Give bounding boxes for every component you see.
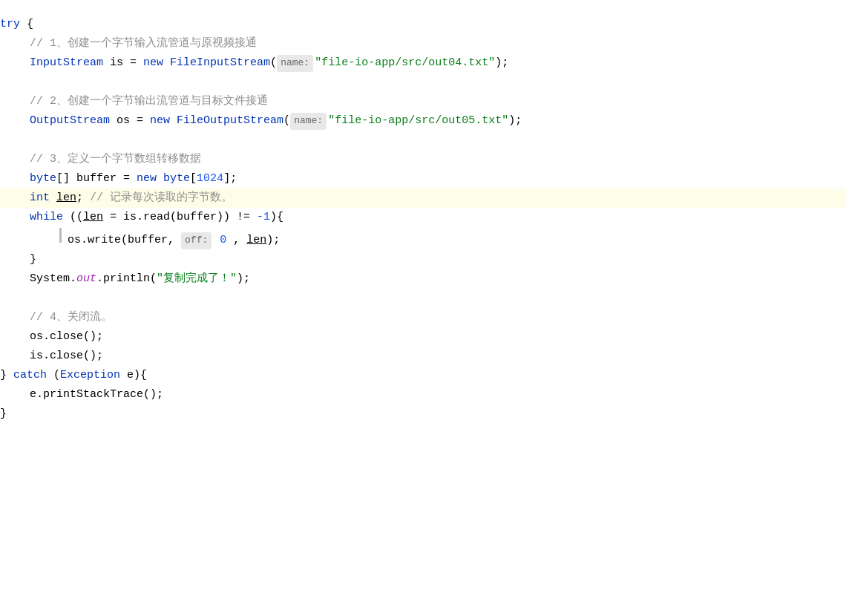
string-output-file: "file-io-app/src/out05.txt" [328, 112, 508, 130]
code-line-os-close: os.close(); [0, 327, 846, 347]
code-line-empty-3 [0, 289, 846, 308]
var-len-decl: len [56, 189, 76, 207]
param-label-name-2: name: [290, 113, 327, 130]
comment-3: // 3、定义一个字节数组转移数据 [30, 151, 201, 168]
code-line-comment2: // 2、创建一个字节输出流管道与目标文件接通 [0, 92, 846, 111]
final-brace-text: } [0, 405, 7, 423]
code-line-comment4: // 4、关闭流。 [0, 308, 846, 327]
code-line-byte-buffer: byte[] buffer = new byte[1024]; [0, 169, 846, 189]
number-1024: 1024 [197, 170, 223, 188]
keyword-new-1: new [143, 54, 163, 72]
var-len-while: len [83, 209, 103, 226]
type-outputstream: OutputStream [30, 112, 110, 130]
type-inputstream: InputStream [30, 54, 103, 72]
method-out: out [76, 270, 96, 288]
print-stack-text: e.printStackTrace(); [30, 386, 163, 404]
comment-int-len: // 记录每次读取的字节数。 [90, 189, 232, 207]
code-line-while: while ((len = is.read(buffer)) != -1){ [0, 208, 846, 227]
code-line-while-close: } [0, 250, 846, 269]
brace-open: { [20, 16, 33, 33]
code-line-system-println: System.out.println("复制完成了！"); [0, 269, 846, 289]
keyword-catch: catch [13, 367, 47, 384]
os-close-text: os.close(); [30, 328, 103, 346]
number-neg1: -1 [257, 209, 270, 226]
type-int: int [30, 189, 50, 207]
code-line-int-len: int len; // 记录每次读取的字节数。 [0, 189, 846, 208]
var-len-write: len [246, 232, 266, 249]
comment-2: // 2、创建一个字节输出流管道与目标文件接通 [30, 93, 268, 111]
code-line-print-stack: e.printStackTrace(); [0, 385, 846, 404]
code-line-catch: } catch (Exception e){ [0, 366, 846, 385]
code-line-comment1: // 1、创建一个字节输入流管道与原视频接通 [0, 34, 846, 53]
code-line-empty-2 [0, 131, 846, 150]
string-done-msg: "复制完成了！" [157, 270, 237, 288]
code-line-inputstream: InputStream is = new FileInputStream(nam… [0, 53, 846, 73]
code-editor: try { // 1、创建一个字节输入流管道与原视频接通 InputStream… [0, 0, 846, 616]
code-line-final-brace: } [0, 404, 846, 424]
code-line-try: try { [0, 15, 846, 34]
keyword-new-3: new [137, 170, 157, 188]
code-line-os-write: os.write(buffer, off: 0 , len); [0, 227, 846, 250]
keyword-try: try [0, 16, 20, 33]
type-fileoutputstream: FileOutputStream [177, 112, 283, 130]
type-exception: Exception [60, 367, 120, 384]
type-fileinputstream: FileInputStream [170, 54, 270, 72]
code-line-is-close: is.close(); [0, 347, 846, 366]
keyword-new-2: new [150, 112, 170, 130]
param-label-off: off: [181, 232, 212, 249]
indent-pipe [59, 228, 62, 243]
code-line-outputstream: OutputStream os = new FileOutputStream(n… [0, 111, 846, 131]
comment-1: // 1、创建一个字节输入流管道与原视频接通 [30, 35, 257, 53]
type-byte: byte [30, 170, 56, 188]
type-byte-2: byte [163, 170, 190, 188]
param-label-name-1: name: [277, 55, 313, 72]
keyword-while: while [30, 209, 63, 226]
number-zero: 0 [213, 232, 226, 249]
string-input-file: "file-io-app/src/out04.txt" [315, 54, 495, 72]
is-close-text: is.close(); [30, 347, 103, 365]
brace-while-close: } [30, 251, 36, 269]
code-line-comment3: // 3、定义一个字节数组转移数据 [0, 150, 846, 169]
code-line-empty-1 [0, 73, 846, 92]
comment-4: // 4、关闭流。 [30, 309, 112, 327]
